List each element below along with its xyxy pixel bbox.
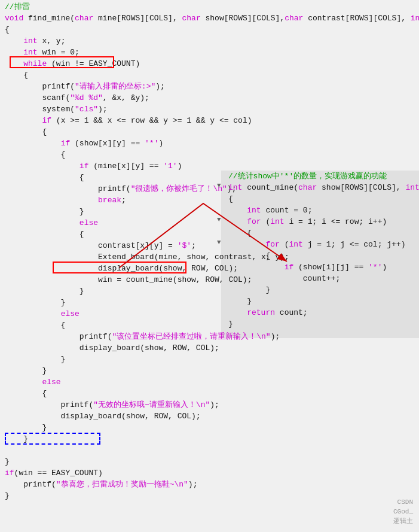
- watermark: CSDNCGod_逻辑主: [393, 497, 413, 526]
- fold-icon-1: ▼: [217, 182, 221, 189]
- right-code-block: //统计show中'*'的数量，实现游戏赢的功能 int count_mine(…: [221, 171, 418, 330]
- code-area: //排雷 void find_mine(char mine[ROWS][COLS…: [0, 0, 419, 532]
- fold-icon-3: ▼: [217, 239, 221, 246]
- fold-icon-2: ▼: [217, 216, 221, 223]
